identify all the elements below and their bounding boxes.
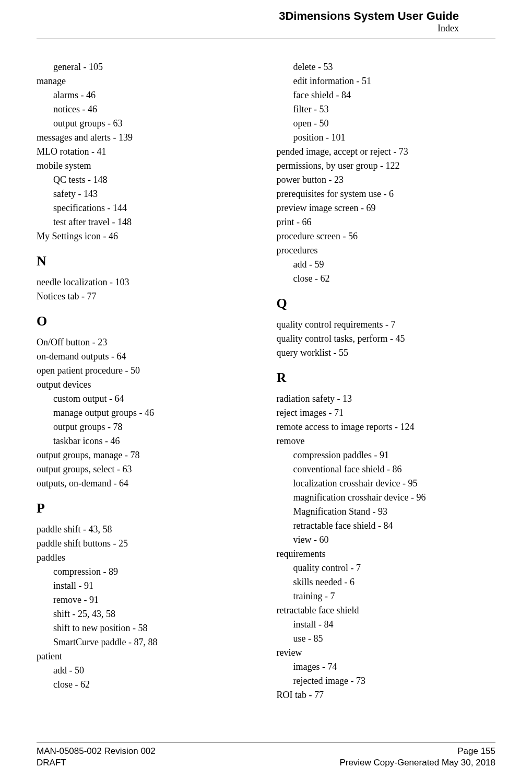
footer-date: Preview Copy-Generated May 30, 2018 — [339, 757, 495, 769]
index-entry: notices - 46 — [53, 102, 256, 117]
index-column-right: delete - 53edit information - 51face shi… — [277, 60, 496, 702]
index-entry: retractable face shield - 84 — [293, 519, 496, 533]
index-entry: Notices tab - 77 — [37, 289, 256, 304]
index-entry: magnification crosshair device - 96 — [293, 491, 496, 505]
index-entry: conventional face shield - 86 — [293, 462, 496, 476]
header-section: Index — [37, 23, 459, 34]
index-entry: quality control tasks, perform - 45 — [277, 332, 496, 346]
index-entry: taskbar icons - 46 — [53, 434, 256, 448]
index-entry: remove - 91 — [53, 593, 256, 607]
index-entry: My Settings icon - 46 — [37, 229, 256, 243]
footer-rule — [37, 742, 495, 742]
index-letter-heading: R — [277, 367, 496, 388]
footer-draft: DRAFT — [37, 757, 156, 769]
index-entry: filter - 53 — [293, 102, 496, 117]
index-entry: requirements — [277, 547, 496, 561]
index-entry: close - 62 — [53, 678, 256, 692]
index-entry: training - 7 — [293, 589, 496, 603]
index-entry: manage output groups - 46 — [53, 406, 256, 420]
index-entry: MLO rotation - 41 — [37, 145, 256, 159]
index-entry: paddle shift - 43, 58 — [37, 522, 256, 537]
index-entry: preview image screen - 69 — [277, 201, 496, 215]
page-footer: MAN-05085-002 Revision 002 DRAFT Page 15… — [37, 746, 495, 769]
index-entry: power button - 23 — [277, 173, 496, 187]
index-entry: position - 101 — [293, 131, 496, 145]
index-column-left: general - 105managealarms - 46notices - … — [37, 60, 256, 702]
index-entry: use - 85 — [293, 632, 496, 646]
index-entry: quality control requirements - 7 — [277, 318, 496, 332]
index-entry: needle localization - 103 — [37, 275, 256, 289]
index-entry: outputs, on-demand - 64 — [37, 476, 256, 491]
index-entry: safety - 143 — [53, 187, 256, 201]
index-entry: open - 50 — [293, 117, 496, 131]
index-entry: quality control - 7 — [293, 561, 496, 575]
index-entry: query worklist - 55 — [277, 346, 496, 360]
index-entry: skills needed - 6 — [293, 575, 496, 589]
index-entry: face shield - 84 — [293, 88, 496, 102]
index-entry: procedure screen - 56 — [277, 229, 496, 243]
footer-doc-id: MAN-05085-002 Revision 002 — [37, 746, 156, 757]
index-entry: alarms - 46 — [53, 88, 256, 102]
index-entry: specifications - 144 — [53, 201, 256, 215]
index-entry: review — [277, 646, 496, 660]
index-entry: close - 62 — [293, 272, 496, 286]
footer-left: MAN-05085-002 Revision 002 DRAFT — [37, 746, 156, 769]
index-entry: localization crosshair device - 95 — [293, 476, 496, 491]
index-entry: custom output - 64 — [53, 392, 256, 406]
index-entry: messages and alerts - 139 — [37, 131, 256, 145]
index-entry: install - 91 — [53, 579, 256, 593]
index-letter-heading: N — [37, 251, 256, 271]
index-entry: SmartCurve paddle - 87, 88 — [53, 635, 256, 649]
index-letter-heading: P — [37, 498, 256, 518]
index-entry: images - 74 — [293, 660, 496, 674]
index-entry: procedures — [277, 243, 496, 258]
index-entry: compression paddles - 91 — [293, 448, 496, 462]
index-entry: output devices — [37, 378, 256, 392]
index-content: general - 105managealarms - 46notices - … — [0, 39, 532, 702]
index-entry: remove — [277, 434, 496, 448]
index-entry: view - 60 — [293, 533, 496, 547]
index-entry: open patient procedure - 50 — [37, 364, 256, 378]
index-entry: add - 50 — [53, 664, 256, 678]
index-entry: output groups - 63 — [53, 117, 256, 131]
index-entry: add - 59 — [293, 258, 496, 272]
index-entry: delete - 53 — [293, 60, 496, 74]
index-entry: shift - 25, 43, 58 — [53, 607, 256, 621]
index-entry: output groups - 78 — [53, 420, 256, 434]
index-entry: retractable face shield — [277, 603, 496, 618]
index-entry: output groups, manage - 78 — [37, 448, 256, 462]
index-entry: ROI tab - 77 — [277, 688, 496, 702]
index-entry: patient — [37, 649, 256, 664]
index-entry: manage — [37, 74, 256, 88]
index-entry: Magnification Stand - 93 — [293, 505, 496, 519]
index-entry: shift to new position - 58 — [53, 621, 256, 635]
index-entry: reject images - 71 — [277, 406, 496, 420]
index-entry: paddle shift buttons - 25 — [37, 537, 256, 551]
index-entry: edit information - 51 — [293, 74, 496, 88]
index-entry: compression - 89 — [53, 565, 256, 579]
index-entry: test after travel - 148 — [53, 215, 256, 229]
index-entry: paddles — [37, 551, 256, 565]
index-entry: permissions, by user group - 122 — [277, 159, 496, 173]
index-entry: rejected image - 73 — [293, 674, 496, 688]
index-entry: pended image, accept or reject - 73 — [277, 145, 496, 159]
index-entry: remote access to image reports - 124 — [277, 420, 496, 434]
index-entry: mobile system — [37, 159, 256, 173]
index-entry: on-demand outputs - 64 — [37, 350, 256, 364]
index-entry: radiation safety - 13 — [277, 392, 496, 406]
page-header: 3Dimensions System User Guide Index — [37, 0, 495, 39]
index-letter-heading: O — [37, 311, 256, 331]
index-entry: general - 105 — [53, 60, 256, 74]
index-entry: QC tests - 148 — [53, 173, 256, 187]
footer-right: Page 155 Preview Copy-Generated May 30, … — [339, 746, 495, 769]
index-entry: install - 84 — [293, 618, 496, 632]
index-entry: prerequisites for system use - 6 — [277, 187, 496, 201]
header-title: 3Dimensions System User Guide — [37, 9, 459, 23]
footer-page: Page 155 — [339, 746, 495, 757]
index-entry: print - 66 — [277, 215, 496, 229]
index-entry: output groups, select - 63 — [37, 462, 256, 476]
index-entry: On/Off button - 23 — [37, 335, 256, 350]
index-letter-heading: Q — [277, 293, 496, 313]
